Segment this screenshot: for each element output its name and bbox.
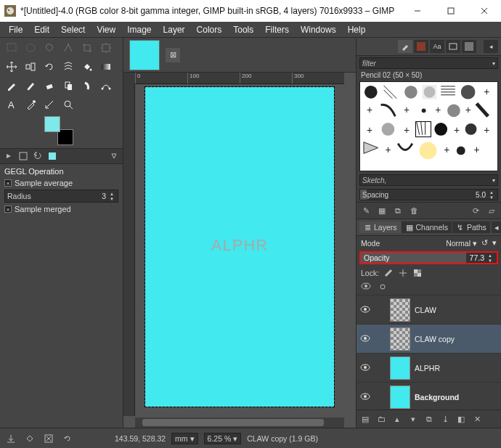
eye-icon[interactable] [359, 393, 371, 402]
tab-gradients-icon[interactable] [462, 40, 476, 53]
eye-icon[interactable] [359, 335, 371, 343]
lock-alpha-icon[interactable] [412, 268, 423, 278]
menu-image[interactable]: Image [121, 23, 157, 37]
brush-open-icon[interactable]: ▱ [485, 205, 498, 216]
dock-collapse-icon[interactable] [3, 150, 15, 162]
eye-icon[interactable] [359, 364, 371, 372]
opacity-spinner[interactable]: ▲▼ [486, 253, 494, 263]
layer-dup-icon[interactable]: ⧉ [422, 412, 436, 425]
tool-bucket-icon[interactable] [80, 60, 94, 74]
tab-history-icon[interactable] [446, 40, 460, 53]
menu-edit[interactable]: Edit [28, 23, 55, 37]
layer-del-icon[interactable]: ✕ [470, 412, 484, 425]
tool-gradient-icon[interactable] [99, 60, 113, 74]
tab-menu-icon[interactable] [108, 150, 120, 162]
radius-spinner[interactable]: ▲▼ [108, 191, 115, 201]
brush-new-icon[interactable]: ▦ [375, 205, 388, 216]
spacing-spinner[interactable]: ▲▼ [488, 190, 495, 200]
tab-tooloptions-icon[interactable] [17, 150, 29, 162]
sample-average-check[interactable]: × [4, 179, 12, 187]
layer-thumb[interactable] [390, 327, 410, 351]
chevron-down-icon[interactable]: ▾ [492, 238, 497, 248]
layer-thumb[interactable] [390, 386, 410, 409]
layer-thumb[interactable] [390, 298, 410, 322]
close-button[interactable] [468, 0, 501, 22]
reset-icon[interactable] [61, 432, 74, 445]
tool-transform-icon[interactable] [99, 41, 113, 55]
scrollbar-horizontal[interactable] [135, 418, 344, 428]
layer-group-icon[interactable]: 🗀 [374, 412, 388, 425]
tool-rect-select-icon[interactable] [4, 41, 19, 55]
layer-thumb[interactable] [390, 357, 410, 380]
scrollbar-thumb[interactable] [142, 419, 324, 426]
tab-paths[interactable]: ↯Paths [452, 221, 490, 233]
tool-rotate-icon[interactable] [42, 60, 57, 74]
menu-file[interactable]: File [3, 23, 28, 37]
ruler-corner[interactable] [123, 73, 135, 84]
zoom-select[interactable]: 6.25 % ▾ [204, 433, 242, 444]
layer-row[interactable]: ALPHR [357, 354, 501, 383]
tool-lasso-icon[interactable] [42, 41, 57, 55]
layer-row[interactable]: CLAW copy [357, 325, 501, 354]
layer-mask-icon[interactable]: ◧ [454, 412, 468, 425]
menu-layer[interactable]: Layer [158, 23, 191, 37]
layer-up-icon[interactable]: ▴ [390, 412, 404, 425]
revert-icon[interactable] [23, 432, 36, 445]
tool-move-icon[interactable] [4, 60, 19, 74]
brush-preset-select[interactable]: Sketch, ▾ [359, 174, 498, 186]
tool-brush-icon[interactable] [23, 78, 38, 93]
fg-bg-colors[interactable] [44, 116, 73, 145]
mode-reset-icon[interactable]: ↺ [481, 238, 488, 248]
fg-color-swatch[interactable] [44, 116, 60, 132]
ruler-horizontal[interactable]: 0 100 200 300 [135, 73, 344, 84]
tab-patterns-icon[interactable] [414, 40, 428, 53]
layer-name[interactable]: ALPHR [415, 364, 440, 372]
layer-merge-icon[interactable]: ⤓ [438, 412, 452, 425]
canvas[interactable]: ALPHR [135, 84, 344, 416]
tab-channels[interactable]: ▦Channels [402, 221, 452, 233]
mode-select[interactable]: Normal▾ [446, 239, 477, 248]
menu-colors[interactable]: Colors [191, 23, 228, 37]
brush-del-icon[interactable]: 🗑 [407, 205, 420, 216]
tool-fuzzy-select-icon[interactable] [61, 41, 76, 55]
tab-undo-icon[interactable] [32, 150, 44, 162]
brush-grid[interactable]: + + + + + + + + + + [359, 81, 498, 171]
close-doc-icon[interactable] [42, 432, 55, 445]
tab-brushes-icon[interactable] [398, 40, 412, 53]
tab-fonts-icon[interactable]: Aa [430, 40, 444, 53]
menu-tools[interactable]: Tools [227, 23, 259, 37]
layer-name[interactable]: CLAW [415, 306, 436, 314]
radius-field[interactable]: Radius 3 ▲▼ [4, 190, 118, 203]
layer-down-icon[interactable]: ▾ [406, 412, 420, 425]
brush-refresh-icon[interactable]: ⟳ [469, 205, 482, 216]
layer-row[interactable]: Background [357, 383, 501, 410]
tool-pencil-icon[interactable] [4, 78, 19, 93]
tool-measure-icon[interactable] [42, 97, 57, 112]
tool-align-icon[interactable] [23, 60, 38, 74]
menu-filters[interactable]: Filters [259, 23, 295, 37]
tool-smudge-icon[interactable] [80, 78, 94, 93]
brush-filter[interactable]: filter ▾ [359, 57, 498, 69]
spacing-slider[interactable]: Spacing 5.0 ▲▼ [359, 189, 498, 200]
ruler-vertical[interactable] [123, 84, 135, 416]
layer-new-icon[interactable]: ▤ [358, 412, 372, 425]
image-tab-thumb[interactable] [129, 40, 160, 70]
sample-merged-check[interactable]: × [4, 205, 12, 213]
menu-view[interactable]: View [91, 23, 121, 37]
menu-windows[interactable]: Windows [295, 23, 342, 37]
opacity-slider[interactable]: Opacity 77.3 ▲▼ [359, 251, 498, 264]
image-tab-close-icon[interactable]: ⊠ [166, 48, 180, 62]
canvas-page[interactable]: ALPHR [145, 87, 334, 407]
lock-pixels-icon[interactable] [383, 268, 394, 278]
tool-colorpicker-icon[interactable] [23, 97, 38, 112]
tool-clone-icon[interactable] [61, 78, 76, 93]
menu-select[interactable]: Select [55, 23, 91, 37]
layer-row[interactable]: CLAW [357, 296, 501, 325]
minimize-button[interactable] [401, 0, 434, 22]
eye-icon[interactable] [359, 306, 371, 314]
layer-name[interactable]: Background [415, 393, 459, 402]
unit-select[interactable]: mm ▾ [171, 433, 198, 444]
tool-zoom-icon[interactable] [61, 97, 76, 112]
lock-position-icon[interactable] [398, 268, 408, 278]
tool-warp-icon[interactable] [61, 60, 76, 74]
